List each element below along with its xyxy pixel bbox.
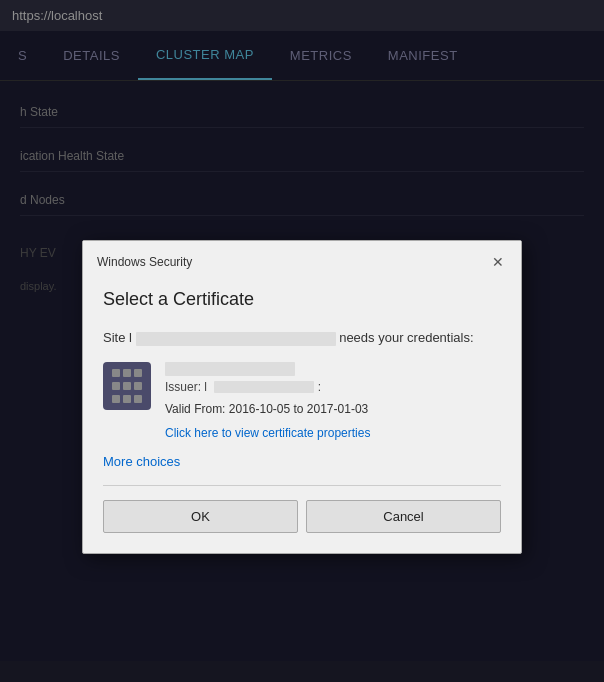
cert-name-redacted — [165, 362, 295, 376]
cancel-button[interactable]: Cancel — [306, 500, 501, 533]
icon-dot — [112, 395, 120, 403]
dialog-heading: Select a Certificate — [103, 289, 501, 310]
dialog-overlay: Windows Security ✕ Select a Certificate … — [0, 0, 604, 682]
windows-security-dialog: Windows Security ✕ Select a Certificate … — [82, 240, 522, 554]
dialog-body: Select a Certificate Site l needs your c… — [83, 279, 521, 553]
icon-dot — [123, 382, 131, 390]
icon-dot — [123, 395, 131, 403]
dialog-titlebar: Windows Security ✕ — [83, 241, 521, 279]
cert-properties-link[interactable]: Click here to view certificate propertie… — [165, 426, 370, 440]
icon-dot — [112, 382, 120, 390]
icon-dot — [134, 369, 142, 377]
ok-button[interactable]: OK — [103, 500, 298, 533]
dialog-site-info: Site l needs your credentials: — [103, 328, 501, 348]
cert-valid-dates: Valid From: 2016-10-05 to 2017-01-03 — [165, 402, 370, 416]
icon-dot — [134, 395, 142, 403]
icon-dot — [134, 382, 142, 390]
cert-issuer-redacted — [214, 381, 314, 393]
cert-issuer-row: Issuer: l : — [165, 380, 370, 394]
certificate-row[interactable]: Issuer: l : Valid From: 2016-10-05 to 20… — [103, 362, 501, 440]
icon-dot — [112, 369, 120, 377]
certificate-icon — [103, 362, 151, 410]
certificate-details: Issuer: l : Valid From: 2016-10-05 to 20… — [165, 362, 370, 440]
more-choices-link[interactable]: More choices — [103, 454, 501, 469]
dialog-footer: OK Cancel — [103, 485, 501, 533]
site-name-redacted — [136, 332, 336, 346]
icon-dot — [123, 369, 131, 377]
dialog-close-button[interactable]: ✕ — [487, 251, 509, 273]
dialog-title: Windows Security — [97, 255, 192, 269]
